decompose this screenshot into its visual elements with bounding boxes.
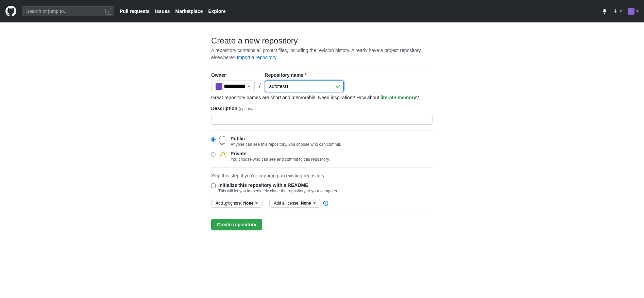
divider — [211, 67, 433, 67]
global-header: / Pull requests Issues Marketplace Explo… — [0, 0, 644, 22]
chevron-down-icon — [255, 203, 258, 204]
chevron-down-icon — [313, 203, 316, 204]
import-repo-link[interactable]: Import a repository. — [237, 55, 278, 60]
search-input[interactable] — [22, 6, 114, 16]
nav-marketplace[interactable]: Marketplace — [175, 8, 203, 14]
description-label: Description (optional) — [211, 106, 256, 111]
repo-name-group: Repository name * — [265, 72, 344, 92]
readme-title: Initialize this repository with a README — [218, 182, 338, 188]
visibility-private-text: Private You choose who can see and commi… — [231, 151, 330, 162]
nav-pull-requests[interactable]: Pull requests — [120, 8, 150, 14]
chevron-down-icon — [248, 86, 250, 87]
repo-public-icon — [219, 136, 227, 145]
lock-icon — [219, 151, 227, 160]
divider — [211, 167, 433, 168]
name-hint: Great repository names are short and mem… — [211, 95, 433, 100]
description-input[interactable] — [211, 114, 433, 125]
divider — [211, 213, 433, 213]
slash-shortcut-icon: / — [105, 8, 112, 15]
main-content: Create a new repository A repository con… — [203, 36, 441, 230]
path-separator: / — [257, 82, 262, 92]
svg-rect-1 — [220, 155, 226, 159]
user-avatar — [628, 8, 634, 15]
github-logo[interactable] — [5, 6, 16, 17]
page-subtitle: A repository contains all project files,… — [211, 47, 433, 61]
owner-avatar — [216, 83, 222, 90]
chevron-down-icon — [620, 11, 622, 12]
license-dropdown[interactable]: Add a license: None — [269, 199, 320, 208]
chevron-down-icon — [636, 11, 639, 12]
check-icon — [336, 84, 341, 89]
owner-name-redacted — [224, 85, 245, 88]
visibility-public-text: Public Anyone can see this repository. Y… — [231, 136, 341, 147]
page-title: Create a new repository — [211, 36, 433, 46]
owner-group: Owner — [211, 72, 255, 92]
init-readme-checkbox[interactable] — [211, 183, 216, 188]
info-icon[interactable] — [323, 200, 328, 206]
owner-label: Owner — [211, 72, 255, 78]
gitignore-dropdown[interactable]: Add .gitignore: None — [211, 199, 262, 208]
name-suggestion[interactable]: literate-memory — [380, 95, 416, 100]
primary-nav: Pull requests Issues Marketplace Explore — [120, 8, 226, 14]
visibility-public-radio[interactable] — [211, 137, 216, 142]
divider — [211, 130, 433, 130]
create-new-dropdown[interactable] — [613, 8, 622, 14]
owner-repo-row: Owner / Repository name * — [211, 72, 433, 92]
visibility-public: Public Anyone can see this repository. Y… — [211, 136, 433, 147]
notifications-icon[interactable] — [602, 8, 607, 14]
readme-sub: This will let you immediately clone the … — [218, 189, 338, 193]
nav-issues[interactable]: Issues — [155, 8, 170, 14]
skip-note: Skip this step if you're importing an ex… — [211, 173, 433, 178]
dropdown-row: Add .gitignore: None Add a license: None — [211, 199, 433, 208]
visibility-private-radio[interactable] — [211, 152, 216, 157]
nav-explore[interactable]: Explore — [208, 8, 225, 14]
search-wrapper: / — [22, 6, 114, 16]
owner-select-button[interactable] — [211, 81, 255, 92]
header-right — [602, 8, 639, 15]
user-menu[interactable] — [628, 8, 639, 15]
svg-rect-0 — [220, 137, 225, 143]
repo-name-input[interactable] — [265, 81, 344, 92]
create-repository-button[interactable]: Create repository — [211, 219, 262, 230]
description-group: Description (optional) — [211, 106, 433, 125]
repo-name-label: Repository name * — [265, 72, 344, 78]
visibility-private: Private You choose who can see and commi… — [211, 151, 433, 162]
readme-row: Initialize this repository with a README… — [211, 182, 433, 193]
